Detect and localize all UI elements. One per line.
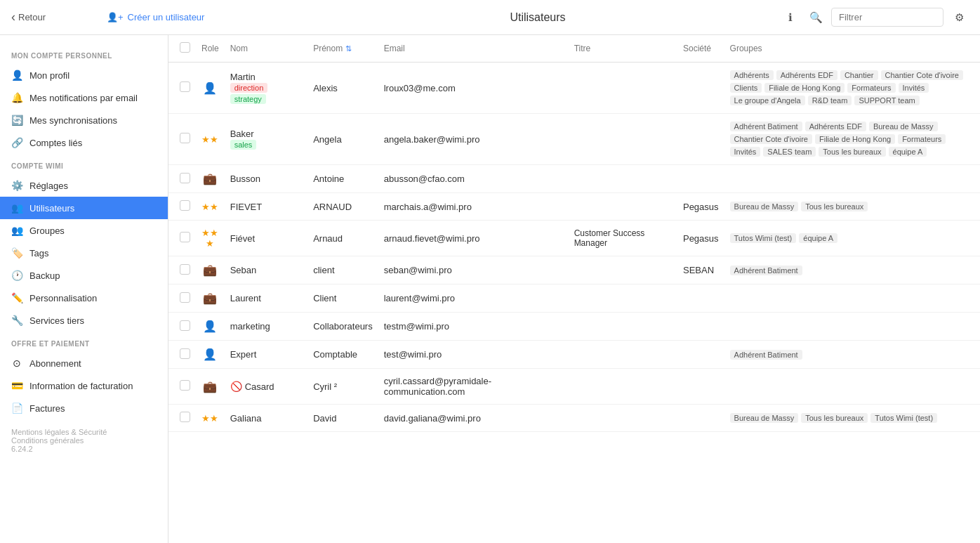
settings-icon[interactable]: ⚙ [949,8,969,27]
groups-cell [724,165,980,193]
version-label: 6.24.2 [11,445,157,453]
group-tag: R&D team [808,96,852,105]
col-nom[interactable]: Nom [225,35,307,63]
table-row: 💼LaurentClientlaurent@wimi.pro [168,284,980,313]
sidebar-item-groupes[interactable]: 👥 Groupes [0,219,168,242]
prenom-cell: David [307,405,378,432]
sidebar-item-tags[interactable]: 🏷️ Tags [0,242,168,264]
nom-cell: Bakersales [225,114,307,165]
person-role-icon: 👤 [203,348,217,360]
groups-cell: Adhérent BatimentAdhérents EDFBureau de … [724,114,980,165]
role-cell: ★★ [196,114,225,165]
col-email[interactable]: Email [378,35,569,63]
nom-value: Fiévet [230,233,255,244]
blocked-icon: 🚫 [230,381,242,392]
row-checkbox[interactable] [180,412,190,422]
row-checkbox[interactable] [180,380,190,391]
nom-cell: Laurent [225,284,307,313]
groups-cell: Tutos Wimi (test)équipe A [724,221,980,256]
group-tag: Chantier Cote d'ivoire [730,134,812,144]
nom-tag: direction [230,83,268,93]
sidebar-item-synchronisations[interactable]: 🔄 Mes synchronisations [0,109,168,131]
add-user-icon: 👤+ [107,12,124,22]
sidebar-footer: Mentions légales & Sécurité Conditions g… [0,419,168,462]
table-row: ★★★FiévetArnaudarnaud.fievet@wimi.proCus… [168,221,980,256]
sidebar-item-reglages[interactable]: ⚙️ Réglages [0,174,168,197]
table-row: ★★FIEVETARNAUDmarchais.a@wimi.proPegasus… [168,193,980,221]
sidebar-item-services-tiers[interactable]: 🔧 Services tiers [0,309,168,332]
sidebar-item-factures[interactable]: 📄 Factures [0,397,168,419]
briefcase-role-icon: 💼 [203,292,217,304]
row-checkbox[interactable] [180,173,190,183]
search-icon[interactable]: 🔍 [806,8,826,27]
groups-cell [724,284,980,313]
select-all-checkbox[interactable] [180,42,190,53]
sidebar-item-notifications[interactable]: 🔔 Mes notifications par email [0,86,168,109]
col-titre[interactable]: Titre [569,35,677,63]
cg-link[interactable]: Conditions générales [11,436,84,445]
stars3-role-icon: ★★★ [201,228,218,249]
row-checkbox[interactable] [180,292,190,303]
societe-cell [677,165,724,193]
col-groupes[interactable]: Groupes [724,35,980,63]
nom-tag: strategy [230,94,266,104]
sidebar-item-utilisateurs[interactable]: 👥 Utilisateurs [0,197,168,219]
role-cell: 👤 [196,63,225,114]
groups-list: AdhérentsAdhérents EDFChantierChantier C… [730,70,974,106]
col-checkbox[interactable] [168,35,196,63]
col-role[interactable]: Role [196,35,225,63]
group-tag: Formateurs [898,134,946,144]
sidebar-section-personal: MON COMPTE PERSONNEL [0,44,168,64]
societe-cell: Pegasus [677,221,724,256]
prenom-cell: Arnaud [307,221,378,256]
group-tag: Chantier [840,70,878,80]
legal-link[interactable]: Mentions légales & Sécurité [11,428,107,436]
col-societe[interactable]: Société [677,35,724,63]
nom-value: Laurent [230,293,261,303]
users-icon: 👥 [11,202,22,214]
row-checkbox[interactable] [180,81,190,92]
row-checkbox[interactable] [180,320,190,331]
filter-input[interactable] [831,8,943,27]
create-user-button[interactable]: 👤+ Créer un utilisateur [107,12,317,22]
nom-value: marketing [230,321,270,332]
row-checkbox[interactable] [180,232,190,242]
role-cell: 👤 [196,341,225,369]
row-checkbox[interactable] [180,264,190,275]
users-table: Role Nom Prénom ⇅ Email Titre Société Gr… [168,35,980,432]
titre-cell [569,405,677,432]
group-tag: Adhérents EDF [805,122,866,131]
subscription-icon: ⊙ [11,358,22,369]
main-content: Role Nom Prénom ⇅ Email Titre Société Gr… [168,35,980,543]
table-row: 💼🚫CasardCyril ²cyril.cassard@pyramidale-… [168,369,980,405]
prenom-cell: Comptable [307,341,378,369]
table-row: 👤MartindirectionstrategyAlexislroux03@me… [168,63,980,114]
sidebar-item-backup[interactable]: 🕐 Backup [0,264,168,287]
titre-cell [569,369,677,405]
sidebar-item-mon-profil[interactable]: 👤 Mon profil [0,64,168,86]
titre-cell [569,63,677,114]
prenom-cell: Angela [307,114,378,165]
sidebar-item-comptes-lies[interactable]: 🔗 Comptes liés [0,131,168,154]
row-checkbox[interactable] [180,200,190,211]
email-cell: lroux03@me.com [378,63,569,114]
col-prenom[interactable]: Prénom ⇅ [307,35,378,63]
row-checkbox[interactable] [180,133,190,143]
back-button[interactable]: Retour [11,10,95,25]
topbar-actions: ℹ 🔍 ⚙ [759,8,969,27]
sidebar-item-abonnement[interactable]: ⊙ Abonnement [0,352,168,374]
tag-icon: 🏷️ [11,247,22,259]
role-cell: ★★★ [196,221,225,256]
nom-cell: Seban [225,256,307,284]
table-row: 💼BussonAntoineabusson@cfao.com [168,165,980,193]
group-tag: Tutos Wimi (test) [730,233,797,243]
role-cell: 💼 [196,284,225,313]
sidebar-item-personnalisation[interactable]: ✏️ Personnalisation [0,287,168,309]
layout: MON COMPTE PERSONNEL 👤 Mon profil 🔔 Mes … [0,35,980,543]
titre-cell [569,284,677,313]
societe-cell [677,114,724,165]
sidebar-item-facturation[interactable]: 💳 Information de facturation [0,374,168,397]
row-checkbox[interactable] [180,348,190,359]
info-icon[interactable]: ℹ [781,8,800,27]
nom-value: Expert [230,349,257,360]
